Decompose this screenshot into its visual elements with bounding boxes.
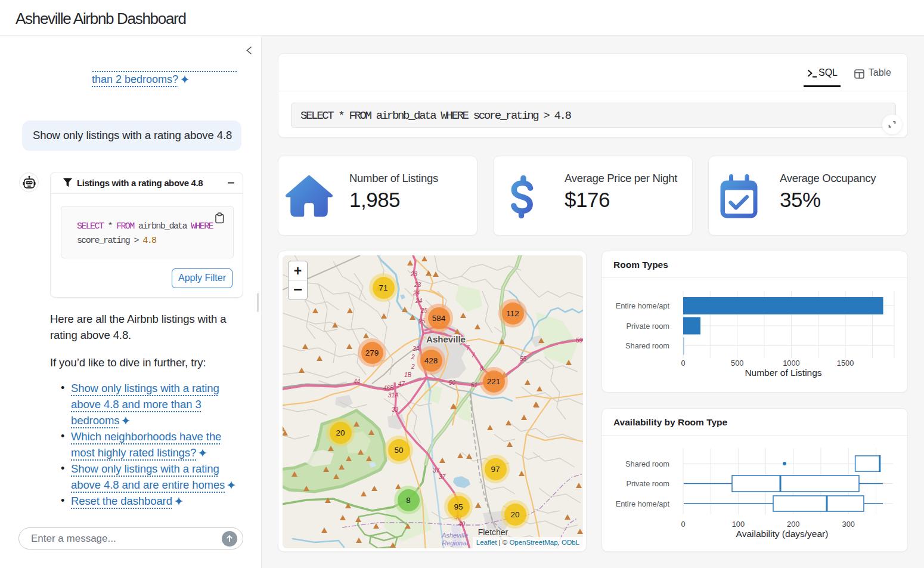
svg-text:Regional: Regional bbox=[442, 539, 468, 547]
svg-text:55: 55 bbox=[520, 356, 527, 362]
svg-text:Shared room: Shared room bbox=[625, 341, 669, 350]
svg-text:47: 47 bbox=[398, 381, 405, 387]
svg-text:59: 59 bbox=[576, 337, 583, 344]
svg-text:1500: 1500 bbox=[837, 359, 854, 368]
svg-text:Asheville: Asheville bbox=[426, 334, 466, 344]
svg-text:24: 24 bbox=[413, 290, 420, 297]
svg-text:100: 100 bbox=[732, 520, 745, 529]
svg-text:0: 0 bbox=[681, 359, 685, 368]
svg-text:Airport: Airport bbox=[445, 547, 465, 548]
svg-text:Entire home/apt: Entire home/apt bbox=[616, 301, 670, 310]
svg-text:46B: 46B bbox=[383, 385, 394, 391]
svg-text:Asheville: Asheville bbox=[441, 532, 468, 539]
svg-text:40: 40 bbox=[458, 521, 466, 527]
svg-text:Entire home/apt: Entire home/apt bbox=[616, 499, 670, 508]
svg-text:Fletcher: Fletcher bbox=[478, 527, 508, 537]
svg-text:500: 500 bbox=[731, 359, 743, 368]
svg-text:Availability (days/year): Availability (days/year) bbox=[736, 529, 829, 539]
svg-text:7: 7 bbox=[466, 345, 470, 351]
svg-text:51: 51 bbox=[471, 382, 477, 388]
svg-text:1B: 1B bbox=[404, 372, 412, 378]
svg-text:44: 44 bbox=[354, 378, 361, 385]
svg-text:37: 37 bbox=[439, 474, 446, 480]
svg-text:2: 2 bbox=[411, 363, 415, 370]
svg-text:200: 200 bbox=[787, 520, 799, 529]
svg-text:Shared room: Shared room bbox=[625, 459, 669, 468]
svg-text:50: 50 bbox=[449, 379, 456, 386]
svg-text:1000: 1000 bbox=[783, 359, 799, 368]
svg-text:Private room: Private room bbox=[626, 322, 669, 331]
svg-text:24: 24 bbox=[415, 298, 423, 304]
svg-text:7: 7 bbox=[472, 352, 475, 359]
svg-text:37: 37 bbox=[433, 467, 440, 474]
svg-text:0: 0 bbox=[681, 520, 685, 529]
svg-text:3A: 3A bbox=[413, 345, 420, 352]
svg-text:300: 300 bbox=[842, 520, 855, 529]
svg-text:Private room: Private room bbox=[626, 479, 669, 488]
svg-text:23: 23 bbox=[410, 271, 418, 277]
svg-text:2: 2 bbox=[411, 354, 415, 360]
svg-text:Number of Listings: Number of Listings bbox=[745, 368, 821, 378]
svg-text:23: 23 bbox=[414, 282, 421, 288]
svg-text:33: 33 bbox=[392, 406, 399, 413]
svg-text:31A: 31A bbox=[388, 392, 399, 399]
